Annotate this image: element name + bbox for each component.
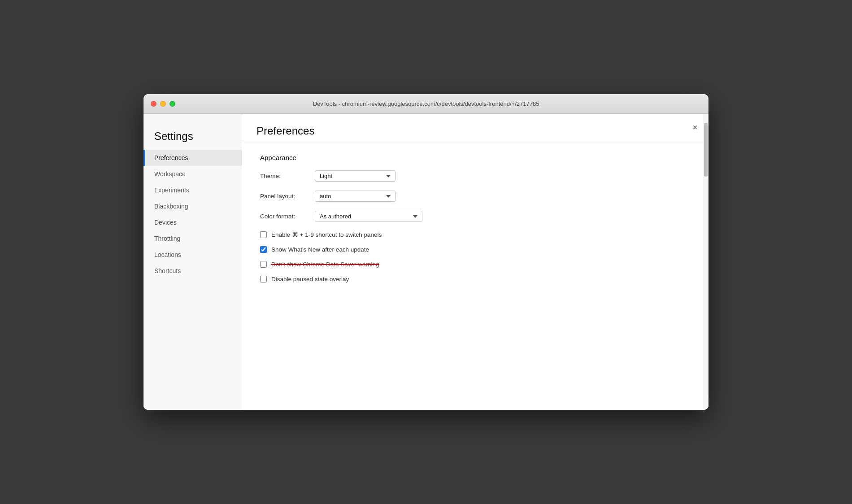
chrome-data-saver-row: Don't show Chrome Data Saver warning <box>260 261 691 268</box>
sidebar-item-experiments-label: Experiments <box>154 187 189 194</box>
whats-new-row: Show What's New after each update <box>260 246 691 253</box>
close-button-traffic[interactable] <box>151 101 156 107</box>
close-settings-button[interactable]: × <box>692 123 698 132</box>
sidebar-item-shortcuts-label: Shortcuts <box>154 267 181 274</box>
scrollbar-thumb[interactable] <box>704 123 708 177</box>
sidebar-item-workspace[interactable]: Workspace <box>143 166 242 182</box>
sidebar-item-devices-label: Devices <box>154 219 177 226</box>
minimize-button-traffic[interactable] <box>160 101 166 107</box>
sidebar-item-devices[interactable]: Devices <box>143 214 242 230</box>
title-bar: DevTools - chromium-review.googlesource.… <box>143 94 709 114</box>
mac-window: DevTools - chromium-review.googlesource.… <box>143 94 709 410</box>
theme-setting-row: Theme: System preference Light Dark <box>260 170 691 182</box>
main-header: Preferences × <box>242 114 709 141</box>
panel-layout-label: Panel layout: <box>260 193 309 200</box>
traffic-lights <box>151 101 175 107</box>
sidebar-item-locations-label: Locations <box>154 251 181 258</box>
sidebar-item-preferences-label: Preferences <box>154 154 188 161</box>
cmd-shortcut-label: Enable ⌘ + 1-9 shortcut to switch panels <box>271 231 382 238</box>
panel-layout-select[interactable]: auto horizontal vertical <box>315 191 396 202</box>
appearance-section-title: Appearance <box>260 154 691 161</box>
sidebar-item-locations[interactable]: Locations <box>143 247 242 263</box>
sidebar-item-throttling-label: Throttling <box>154 235 180 242</box>
color-format-select[interactable]: As authored HEX RGB HSL <box>315 211 422 222</box>
sidebar-item-throttling[interactable]: Throttling <box>143 230 242 247</box>
cmd-shortcut-row: Enable ⌘ + 1-9 shortcut to switch panels <box>260 231 691 238</box>
color-format-label: Color format: <box>260 213 309 220</box>
scrollbar-track <box>703 114 709 410</box>
preferences-title: Preferences <box>256 125 314 137</box>
window-title: DevTools - chromium-review.googlesource.… <box>313 100 539 107</box>
main-content: Preferences × Appearance Theme: System p… <box>242 114 709 410</box>
settings-title: Settings <box>143 121 242 150</box>
maximize-button-traffic[interactable] <box>170 101 175 107</box>
paused-state-checkbox[interactable] <box>260 276 267 282</box>
cmd-shortcut-checkbox[interactable] <box>260 231 267 238</box>
sidebar-item-preferences[interactable]: Preferences <box>143 150 242 166</box>
paused-state-label: Disable paused state overlay <box>271 276 349 282</box>
sidebar-item-workspace-label: Workspace <box>154 170 186 178</box>
theme-select[interactable]: System preference Light Dark <box>315 170 396 182</box>
chrome-data-saver-label: Don't show Chrome Data Saver warning <box>271 261 379 268</box>
window-content: Settings Preferences Workspace Experimen… <box>143 114 709 410</box>
sidebar-item-shortcuts[interactable]: Shortcuts <box>143 263 242 279</box>
content-area: Appearance Theme: System preference Ligh… <box>242 141 709 410</box>
whats-new-label: Show What's New after each update <box>271 246 369 253</box>
sidebar-item-blackboxing-label: Blackboxing <box>154 203 188 210</box>
sidebar-item-blackboxing[interactable]: Blackboxing <box>143 198 242 214</box>
sidebar-item-experiments[interactable]: Experiments <box>143 182 242 198</box>
chrome-data-saver-checkbox[interactable] <box>260 261 267 268</box>
sidebar: Settings Preferences Workspace Experimen… <box>143 114 242 410</box>
paused-state-row: Disable paused state overlay <box>260 276 691 282</box>
whats-new-checkbox[interactable] <box>260 246 267 253</box>
settings-container: Settings Preferences Workspace Experimen… <box>143 114 709 410</box>
theme-label: Theme: <box>260 173 309 179</box>
panel-layout-setting-row: Panel layout: auto horizontal vertical <box>260 191 691 202</box>
color-format-setting-row: Color format: As authored HEX RGB HSL <box>260 211 691 222</box>
